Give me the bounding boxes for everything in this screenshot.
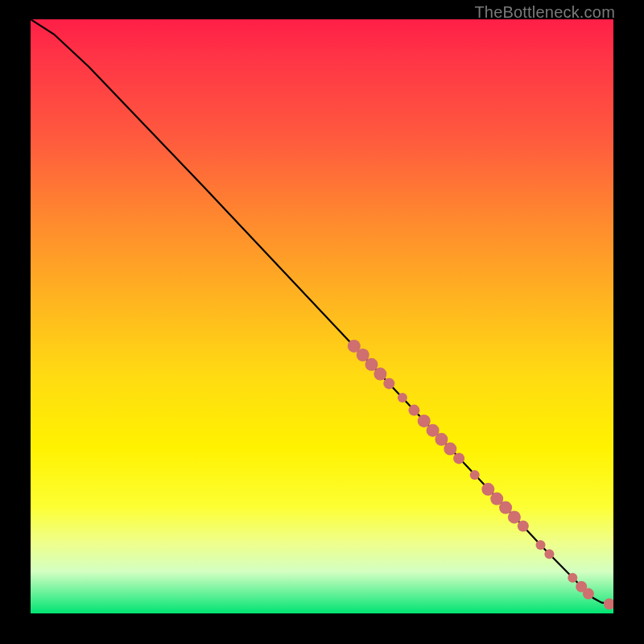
data-marker <box>499 502 512 514</box>
data-marker <box>383 378 394 389</box>
data-marker <box>444 443 456 456</box>
data-marker <box>408 405 419 416</box>
data-marker <box>544 549 554 559</box>
data-marker <box>604 598 613 609</box>
data-marker <box>357 349 369 361</box>
data-marker <box>435 433 448 446</box>
data-marker <box>374 368 386 381</box>
chart-overlay <box>31 19 613 613</box>
data-marker <box>453 452 464 464</box>
data-marker <box>536 540 546 550</box>
data-marker <box>518 521 529 532</box>
chart-frame: TheBottleneck.com <box>0 0 644 644</box>
data-marker <box>365 358 378 371</box>
data-marker <box>583 588 594 600</box>
data-marker <box>508 510 521 523</box>
plot-area <box>31 19 613 613</box>
data-marker <box>398 393 407 402</box>
data-marker <box>418 415 431 427</box>
data-marker <box>568 573 577 583</box>
bottleneck-curve <box>31 19 613 604</box>
data-marker <box>481 483 494 496</box>
data-marker <box>470 470 480 480</box>
data-markers <box>348 340 613 609</box>
